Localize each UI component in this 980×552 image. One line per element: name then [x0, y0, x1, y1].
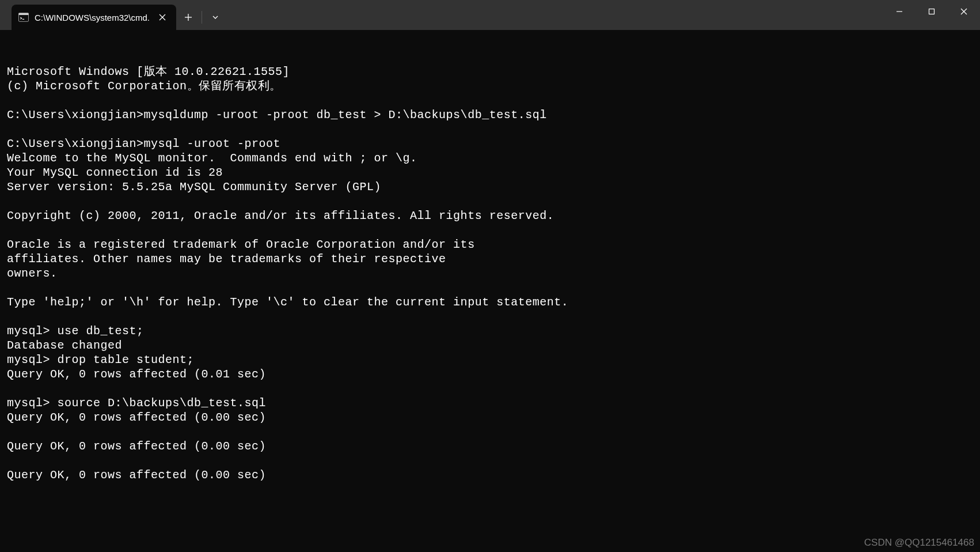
- new-tab-button[interactable]: [176, 7, 200, 28]
- tab-close-button[interactable]: [157, 12, 168, 23]
- terminal-output[interactable]: Microsoft Windows [版本 10.0.22621.1555] (…: [0, 30, 980, 552]
- terminal-text: Microsoft Windows [版本 10.0.22621.1555] (…: [7, 65, 973, 482]
- cmd-icon: [18, 12, 29, 22]
- maximize-button[interactable]: [916, 0, 948, 23]
- titlebar: C:\WINDOWS\system32\cmd.: [0, 0, 980, 30]
- svg-rect-8: [929, 9, 935, 14]
- tab-active[interactable]: C:\WINDOWS\system32\cmd.: [12, 5, 176, 30]
- tab-title: C:\WINDOWS\system32\cmd.: [35, 13, 151, 22]
- watermark: CSDN @QQ1215461468: [864, 536, 974, 549]
- tab-divider: [202, 11, 202, 24]
- minimize-button[interactable]: [883, 0, 916, 23]
- tab-dropdown-button[interactable]: [203, 7, 227, 28]
- tab-controls: [176, 5, 227, 30]
- window-controls: [883, 0, 980, 23]
- svg-rect-1: [19, 13, 29, 15]
- close-button[interactable]: [948, 0, 980, 23]
